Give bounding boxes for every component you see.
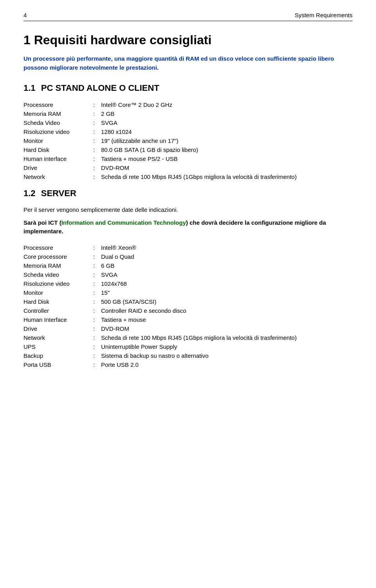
spec-value: Scheda di rete 100 Mbps RJ45 (1Gbps migl… xyxy=(98,172,352,181)
server-intro2: Sarà poi ICT (Information and Communicat… xyxy=(24,218,352,236)
spec-label: Drive xyxy=(24,163,90,172)
spec-colon: : xyxy=(90,118,98,127)
spec-colon: : xyxy=(90,297,98,306)
spec-colon: : xyxy=(90,306,98,315)
spec-value: SVGA xyxy=(98,118,352,127)
spec-value: 1280 x1024 xyxy=(98,127,352,136)
spec-value: Intel® Xeon® xyxy=(98,243,352,252)
table-row: Risoluzione video : 1024x768 xyxy=(24,279,352,288)
section1-title: 1.1 PC STAND ALONE O CLIENT xyxy=(24,83,352,93)
spec-colon: : xyxy=(90,333,98,342)
spec-label: Scheda video xyxy=(24,270,90,279)
spec-colon: : xyxy=(90,145,98,154)
spec-value: Controller RAID e secondo disco xyxy=(98,306,352,315)
spec-label: UPS xyxy=(24,342,90,351)
intro-text: Un processore più performante, una maggi… xyxy=(24,54,352,72)
spec-colon: : xyxy=(90,172,98,181)
table-row: Memoria RAM : 6 GB xyxy=(24,261,352,270)
spec-colon: : xyxy=(90,261,98,270)
spec-label: Processore xyxy=(24,243,90,252)
spec-colon: : xyxy=(90,342,98,351)
table-row: Core processore : Dual o Quad xyxy=(24,252,352,261)
spec-value: 80.0 GB SATA (1 GB di spazio libero) xyxy=(98,145,352,154)
spec-label: Network xyxy=(24,172,90,181)
spec-colon: : xyxy=(90,351,98,360)
spec-label: Hard Disk xyxy=(24,297,90,306)
spec-label: Memoria RAM xyxy=(24,109,90,118)
table-row: Network : Scheda di rete 100 Mbps RJ45 (… xyxy=(24,172,352,181)
spec-colon: : xyxy=(90,270,98,279)
table-row: Porta USB : Porte USB 2.0 xyxy=(24,360,352,369)
table-row: Backup : Sistema di backup su nastro o a… xyxy=(24,351,352,360)
server-intro1: Per il server vengono semplicemente date… xyxy=(24,206,352,215)
spec-colon: : xyxy=(90,154,98,163)
spec-value: 2 GB xyxy=(98,109,352,118)
spec-label: Human Interface xyxy=(24,315,90,324)
spec-colon: : xyxy=(90,163,98,172)
main-heading: 1 Requisiti hardware consigliati xyxy=(24,33,352,47)
section1-spec-table: Processore : Intel® Core™ 2 Duo 2 GHz Me… xyxy=(24,100,352,181)
spec-label: Monitor xyxy=(24,136,90,145)
spec-label: Risoluzione video xyxy=(24,127,90,136)
table-row: Human interface : Tastiera + mouse PS/2 … xyxy=(24,154,352,163)
spec-value: Sistema di backup su nastro o alternativ… xyxy=(98,351,352,360)
spec-label: Network xyxy=(24,333,90,342)
section2-spec-table: Processore : Intel® Xeon® Core processor… xyxy=(24,243,352,369)
spec-value: Uninterruptible Power Supply xyxy=(98,342,352,351)
spec-value: Tastiera + mouse PS/2 - USB xyxy=(98,154,352,163)
table-row: Drive : DVD-ROM xyxy=(24,324,352,333)
section2: 1.2 SERVER Per il server vengono semplic… xyxy=(24,188,352,369)
spec-colon: : xyxy=(90,243,98,252)
spec-value: Porte USB 2.0 xyxy=(98,360,352,369)
table-row: Risoluzione video : 1280 x1024 xyxy=(24,127,352,136)
spec-label: Backup xyxy=(24,351,90,360)
table-row: Monitor : 15" xyxy=(24,288,352,297)
spec-value: 6 GB xyxy=(98,261,352,270)
spec-value: Dual o Quad xyxy=(98,252,352,261)
spec-colon: : xyxy=(90,360,98,369)
table-row: Drive : DVD-ROM xyxy=(24,163,352,172)
page-title-header: System Requirements xyxy=(295,12,352,18)
table-row: Memoria RAM : 2 GB xyxy=(24,109,352,118)
spec-label: Risoluzione video xyxy=(24,279,90,288)
page-number: 4 xyxy=(24,12,27,18)
table-row: Processore : Intel® Core™ 2 Duo 2 GHz xyxy=(24,100,352,109)
spec-value: 19" (utilizzabile anche un 17") xyxy=(98,136,352,145)
table-row: Scheda Video : SVGA xyxy=(24,118,352,127)
spec-label: Monitor xyxy=(24,288,90,297)
table-row: Processore : Intel® Xeon® xyxy=(24,243,352,252)
spec-label: Hard Disk xyxy=(24,145,90,154)
spec-value: DVD-ROM xyxy=(98,324,352,333)
spec-label: Drive xyxy=(24,324,90,333)
spec-value: Tastiera + mouse xyxy=(98,315,352,324)
spec-label: Porta USB xyxy=(24,360,90,369)
spec-colon: : xyxy=(90,252,98,261)
spec-value: 500 GB (SATA/SCSI) xyxy=(98,297,352,306)
table-row: Network : Scheda di rete 100 Mbps RJ45 (… xyxy=(24,333,352,342)
spec-colon: : xyxy=(90,136,98,145)
spec-colon: : xyxy=(90,315,98,324)
spec-label: Controller xyxy=(24,306,90,315)
table-row: Hard Disk : 500 GB (SATA/SCSI) xyxy=(24,297,352,306)
table-row: Human Interface : Tastiera + mouse xyxy=(24,315,352,324)
spec-colon: : xyxy=(90,279,98,288)
spec-colon: : xyxy=(90,127,98,136)
table-row: Monitor : 19" (utilizzabile anche un 17"… xyxy=(24,136,352,145)
spec-label: Scheda Video xyxy=(24,118,90,127)
spec-label: Processore xyxy=(24,100,90,109)
table-row: Controller : Controller RAID e secondo d… xyxy=(24,306,352,315)
section2-title: 1.2 SERVER xyxy=(24,188,352,198)
spec-label: Human interface xyxy=(24,154,90,163)
spec-value: 1024x768 xyxy=(98,279,352,288)
spec-value: Scheda di rete 100 Mbps RJ45 (1Gbps migl… xyxy=(98,333,352,342)
spec-label: Core processore xyxy=(24,252,90,261)
table-row: UPS : Uninterruptible Power Supply xyxy=(24,342,352,351)
spec-colon: : xyxy=(90,324,98,333)
page-header: 4 System Requirements xyxy=(24,12,352,21)
table-row: Scheda video : SVGA xyxy=(24,270,352,279)
spec-label: Memoria RAM xyxy=(24,261,90,270)
spec-value: DVD-ROM xyxy=(98,163,352,172)
table-row: Hard Disk : 80.0 GB SATA (1 GB di spazio… xyxy=(24,145,352,154)
spec-colon: : xyxy=(90,288,98,297)
spec-value: 15" xyxy=(98,288,352,297)
